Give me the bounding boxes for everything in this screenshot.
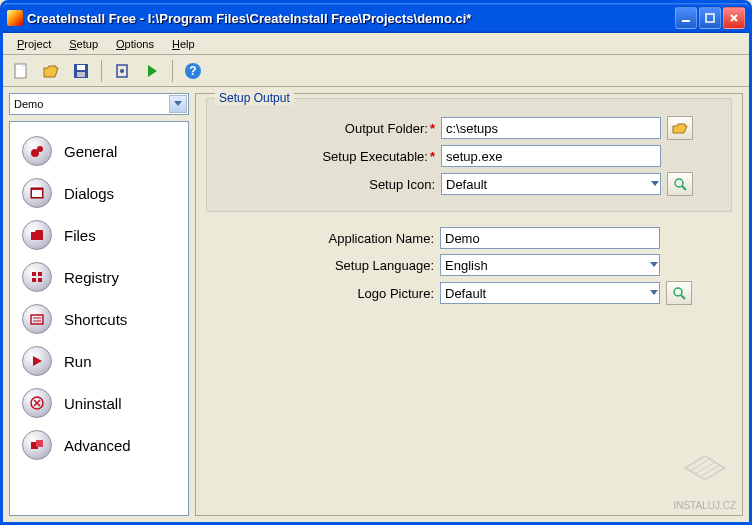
label-setup-icon: Setup Icon: (215, 177, 435, 192)
nav-item-run[interactable]: Run (14, 340, 184, 382)
nav-item-shortcuts[interactable]: Shortcuts (14, 298, 184, 340)
files-icon (22, 220, 52, 250)
open-button[interactable] (39, 59, 63, 83)
row-logo-picture: Logo Picture: Default (214, 281, 724, 305)
group-title: Setup Output (215, 91, 294, 105)
registry-icon (22, 262, 52, 292)
nav-item-uninstall[interactable]: Uninstall (14, 382, 184, 424)
nav-label: Dialogs (64, 185, 114, 202)
toolbar: ? (3, 55, 749, 87)
svg-rect-23 (36, 440, 43, 447)
svg-point-26 (674, 288, 682, 296)
row-setup-language: Setup Language: English (214, 254, 724, 276)
menu-project[interactable]: Project (9, 36, 59, 52)
nav-label: Run (64, 353, 92, 370)
input-setup-executable[interactable] (441, 145, 661, 167)
menu-setup[interactable]: Setup (61, 36, 106, 52)
shortcuts-icon (22, 304, 52, 334)
nav-label: General (64, 143, 117, 160)
maximize-button[interactable] (699, 7, 721, 29)
chevron-down-icon (651, 175, 659, 190)
watermark-text: INSTALUJ.CZ (673, 500, 736, 511)
svg-point-11 (37, 146, 43, 152)
row-output-folder: Output Folder:* (215, 116, 723, 140)
nav-item-advanced[interactable]: Advanced (14, 424, 184, 466)
svg-text:?: ? (189, 64, 196, 78)
svg-rect-5 (77, 72, 85, 77)
svg-rect-1 (706, 14, 714, 22)
nav-label: Advanced (64, 437, 131, 454)
svg-line-31 (700, 465, 720, 477)
project-combo-value: Demo (14, 98, 43, 110)
chevron-down-icon (650, 256, 658, 271)
general-icon (22, 136, 52, 166)
watermark-icon (680, 450, 730, 500)
chevron-down-icon (650, 284, 658, 299)
svg-rect-0 (682, 20, 690, 22)
svg-rect-18 (31, 315, 43, 324)
preview-icon-button[interactable] (667, 172, 693, 196)
svg-rect-4 (77, 65, 85, 70)
input-app-name[interactable] (440, 227, 660, 249)
menu-help[interactable]: Help (164, 36, 203, 52)
toolbar-separator (172, 60, 173, 82)
select-logo-picture[interactable]: Default (440, 282, 660, 304)
body: Demo General Dialogs Files Registry Shor… (3, 87, 749, 522)
svg-point-7 (120, 69, 124, 73)
new-button[interactable] (9, 59, 33, 83)
save-button[interactable] (69, 59, 93, 83)
row-setup-executable: Setup Executable:* (215, 145, 723, 167)
label-setup-language: Setup Language: (214, 258, 434, 273)
nav-label: Files (64, 227, 96, 244)
nav-item-dialogs[interactable]: Dialogs (14, 172, 184, 214)
window-title: CreateInstall Free - I:\Program Files\Cr… (27, 11, 675, 26)
nav-label: Shortcuts (64, 311, 127, 328)
svg-rect-16 (32, 278, 36, 282)
svg-line-25 (682, 186, 686, 190)
nav-item-files[interactable]: Files (14, 214, 184, 256)
nav-item-registry[interactable]: Registry (14, 256, 184, 298)
build-button[interactable] (110, 59, 134, 83)
group-setup-output: Setup Output Output Folder:* Setup Execu… (206, 98, 732, 212)
label-logo-picture: Logo Picture: (214, 286, 434, 301)
project-combo[interactable]: Demo (9, 93, 189, 115)
label-output-folder: Output Folder:* (215, 121, 435, 136)
preview-logo-button[interactable] (666, 281, 692, 305)
minimize-button[interactable] (675, 7, 697, 29)
browse-folder-button[interactable] (667, 116, 693, 140)
advanced-icon (22, 430, 52, 460)
menubar: Project Setup Options Help (3, 33, 749, 55)
run-button[interactable] (140, 59, 164, 83)
right-pane: Setup Output Output Folder:* Setup Execu… (195, 93, 743, 516)
row-setup-icon: Setup Icon: Default (215, 172, 723, 196)
label-app-name: Application Name: (214, 231, 434, 246)
svg-rect-13 (32, 190, 42, 197)
select-setup-icon[interactable]: Default (441, 173, 661, 195)
svg-rect-14 (32, 272, 36, 276)
menu-options[interactable]: Options (108, 36, 162, 52)
titlebar[interactable]: CreateInstall Free - I:\Program Files\Cr… (3, 3, 749, 33)
svg-rect-15 (38, 272, 42, 276)
svg-line-30 (695, 462, 715, 474)
label-setup-executable: Setup Executable:* (215, 149, 435, 164)
nav-list: General Dialogs Files Registry Shortcuts… (9, 121, 189, 516)
row-app-name: Application Name: (214, 227, 724, 249)
select-setup-language[interactable]: English (440, 254, 660, 276)
app-icon (7, 10, 23, 26)
svg-point-24 (675, 179, 683, 187)
nav-label: Uninstall (64, 395, 122, 412)
uninstall-icon (22, 388, 52, 418)
svg-rect-17 (38, 278, 42, 282)
help-button[interactable]: ? (181, 59, 205, 83)
toolbar-separator (101, 60, 102, 82)
input-output-folder[interactable] (441, 117, 661, 139)
chevron-down-icon (169, 95, 187, 113)
close-button[interactable] (723, 7, 745, 29)
dialogs-icon (22, 178, 52, 208)
svg-line-27 (681, 295, 685, 299)
nav-item-general[interactable]: General (14, 130, 184, 172)
watermark: INSTALUJ.CZ (673, 450, 736, 511)
run-icon (22, 346, 52, 376)
left-pane: Demo General Dialogs Files Registry Shor… (9, 93, 189, 516)
app-window: CreateInstall Free - I:\Program Files\Cr… (0, 0, 752, 525)
